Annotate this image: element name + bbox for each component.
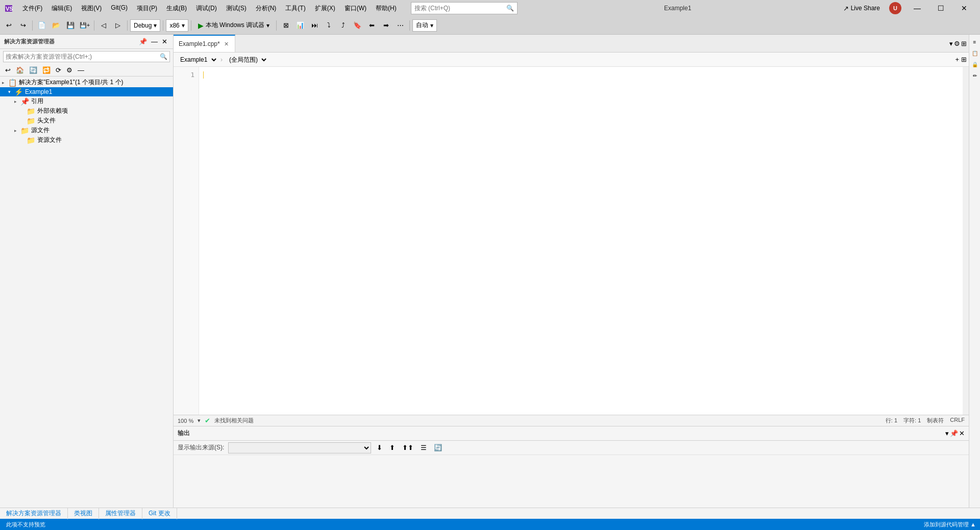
line-ending-status[interactable]: CRLF: [950, 417, 965, 424]
gutter-btn2[interactable]: 📋: [970, 48, 980, 58]
sidebar-tb-btn4[interactable]: 🔁: [40, 65, 53, 75]
menu-extensions[interactable]: 扩展(X): [311, 3, 339, 14]
gutter-btn4[interactable]: ✏: [970, 70, 980, 81]
search-icon: 🔍: [506, 5, 514, 12]
menu-tools[interactable]: 工具(T): [281, 3, 309, 14]
scope-breadcrumb-select[interactable]: (全局范围): [225, 54, 268, 65]
active-tab[interactable]: Example1.cpp* ✕: [174, 35, 235, 52]
sidebar-header-actions: 📌 — ✕: [137, 37, 169, 46]
step-out-button[interactable]: ⤴: [336, 19, 350, 32]
prev-bp-button[interactable]: ⬅: [365, 19, 378, 32]
btab-solution-explorer[interactable]: 解决方案资源管理器: [0, 508, 68, 519]
output-close-btn[interactable]: ✕: [959, 430, 965, 437]
project-node[interactable]: ▾ ⚡ Example1: [0, 87, 173, 96]
tree-item-headers[interactable]: ▸ 📁 头文件: [0, 116, 173, 125]
sidebar-pin-button[interactable]: 📌: [137, 37, 149, 46]
nav-expand-button[interactable]: ⊞: [961, 56, 967, 63]
menu-view[interactable]: 视图(V): [77, 3, 106, 14]
save-button[interactable]: 💾: [64, 19, 77, 32]
sidebar-tb-btn2[interactable]: 🏠: [14, 65, 26, 75]
solution-node[interactable]: ▸ 📋 解决方案"Example1"(1 个项目/共 1 个): [0, 78, 173, 87]
split-editor-button[interactable]: ⊞: [961, 40, 967, 47]
sidebar-search-input[interactable]: [6, 53, 160, 60]
performance-button[interactable]: 📊: [293, 19, 307, 32]
platform-dropdown[interactable]: x86 ▾: [166, 19, 188, 32]
menu-analyze[interactable]: 分析(N): [252, 3, 281, 14]
undo-button[interactable]: ↩: [2, 19, 15, 32]
debug-config-dropdown[interactable]: Debug ▾: [130, 19, 160, 32]
tree-item-resources[interactable]: ▸ 📁 资源文件: [0, 135, 173, 145]
close-button[interactable]: ✕: [952, 0, 976, 16]
editor-scrollbar[interactable]: [963, 67, 969, 415]
sidebar-close-button[interactable]: ✕: [160, 37, 169, 46]
file-breadcrumb-select[interactable]: Example1: [176, 54, 218, 65]
next-bp-button[interactable]: ➡: [379, 19, 393, 32]
line-number-1: 1: [174, 70, 194, 80]
user-avatar[interactable]: U: [889, 2, 901, 14]
maximize-button[interactable]: ☐: [929, 0, 952, 16]
step-into-button[interactable]: ⤵: [322, 19, 335, 32]
btab-property-manager[interactable]: 属性管理器: [99, 508, 142, 519]
sidebar-tb-btn7[interactable]: —: [76, 65, 86, 75]
gutter-btn1[interactable]: ≡: [970, 37, 980, 47]
forward-button[interactable]: ▷: [111, 19, 125, 32]
output-tb-btn4[interactable]: ☰: [419, 443, 428, 452]
menu-edit[interactable]: 编辑(E): [47, 3, 76, 14]
zoom-arrow[interactable]: ▾: [198, 417, 201, 424]
code-content[interactable]: [199, 67, 963, 415]
live-share-button[interactable]: ↗ Live Share: [838, 4, 885, 13]
tree-item-sources[interactable]: ▸ 📁 源文件: [0, 125, 173, 135]
global-search-box[interactable]: 🔍: [411, 2, 518, 14]
sidebar-search-wrap[interactable]: 🔍: [3, 51, 170, 62]
minimize-button[interactable]: —: [905, 0, 929, 16]
output-tb-btn3[interactable]: ⬆⬆: [401, 443, 415, 452]
breakpoints-button[interactable]: ⊠: [279, 19, 292, 32]
output-dropdown-btn[interactable]: ▾: [945, 430, 949, 437]
menu-project[interactable]: 项目(P): [133, 3, 161, 14]
menu-file[interactable]: 文件(F): [18, 3, 46, 14]
output-tb-btn2[interactable]: ⬆: [388, 443, 397, 452]
menu-window[interactable]: 窗口(W): [340, 3, 371, 14]
menu-git[interactable]: Git(G): [107, 3, 132, 14]
sidebar-tb-btn3[interactable]: 🔄: [27, 65, 39, 75]
menu-debug[interactable]: 调试(D): [192, 3, 221, 14]
col-status[interactable]: 字符: 1: [903, 417, 921, 424]
step-over-button[interactable]: ⏭: [308, 19, 321, 32]
sidebar-minimize-button[interactable]: —: [150, 37, 159, 46]
breakpoint-button2[interactable]: 🔖: [351, 19, 364, 32]
row-status[interactable]: 行: 1: [886, 417, 897, 424]
back-button[interactable]: ◁: [97, 19, 110, 32]
output-tb-btn1[interactable]: ⬇: [375, 443, 384, 452]
sidebar-tb-btn1[interactable]: ↩: [3, 65, 13, 75]
output-pin-btn[interactable]: 📌: [950, 430, 958, 437]
run-debug-button[interactable]: ▶ 本地 Windows 调试器 ▾: [194, 20, 274, 31]
sidebar-tb-btn6[interactable]: ⚙: [64, 65, 75, 75]
solution-arrow: ▸: [2, 80, 8, 85]
redo-button[interactable]: ↪: [16, 19, 30, 32]
open-button[interactable]: 📂: [50, 19, 63, 32]
tab-list-button[interactable]: ▾: [949, 40, 953, 47]
menu-test[interactable]: 测试(S): [222, 3, 251, 14]
output-dropdown[interactable]: 自动 ▾: [412, 19, 437, 32]
tab-settings-button[interactable]: ⚙: [954, 40, 960, 47]
gutter-btn3[interactable]: 🔒: [970, 59, 980, 69]
btab-git-changes[interactable]: Git 更改: [142, 508, 177, 519]
encoding-status[interactable]: 制表符: [927, 417, 944, 424]
output-source-select[interactable]: [228, 442, 371, 453]
tab-close-button[interactable]: ✕: [223, 40, 230, 48]
tree-item-references[interactable]: ▸ 📌 引用: [0, 96, 173, 106]
output-tb-btn5[interactable]: 🔄: [432, 443, 444, 452]
more-debug-button[interactable]: ⋯: [394, 19, 407, 32]
new-file-button[interactable]: 📄: [35, 19, 48, 32]
menu-build[interactable]: 生成(B): [162, 3, 191, 14]
sidebar-tb-btn5[interactable]: ⟳: [54, 65, 63, 75]
source-control-btn[interactable]: 添加到源代码管理 ▲: [924, 521, 976, 528]
global-search-input[interactable]: [414, 5, 506, 12]
zoom-level[interactable]: 100 %: [178, 418, 193, 424]
tree-item-external-deps[interactable]: ▸ 📁 外部依赖项: [0, 106, 173, 116]
save-all-button[interactable]: 💾+: [78, 19, 91, 32]
btab-class-view[interactable]: 类视图: [68, 508, 99, 519]
menu-help[interactable]: 帮助(H): [372, 3, 401, 14]
nav-add-button[interactable]: +: [955, 56, 959, 63]
tab-bar-end: ▾ ⚙ ⊞: [947, 35, 969, 52]
